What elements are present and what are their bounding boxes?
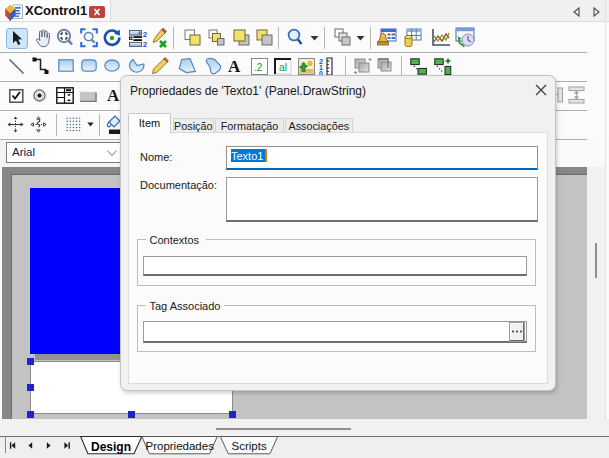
svg-text:2: 2 [143, 30, 147, 39]
svg-text:al: al [279, 61, 287, 73]
svg-text:.2: .2 [254, 62, 263, 73]
svg-text:2: 2 [143, 40, 147, 48]
